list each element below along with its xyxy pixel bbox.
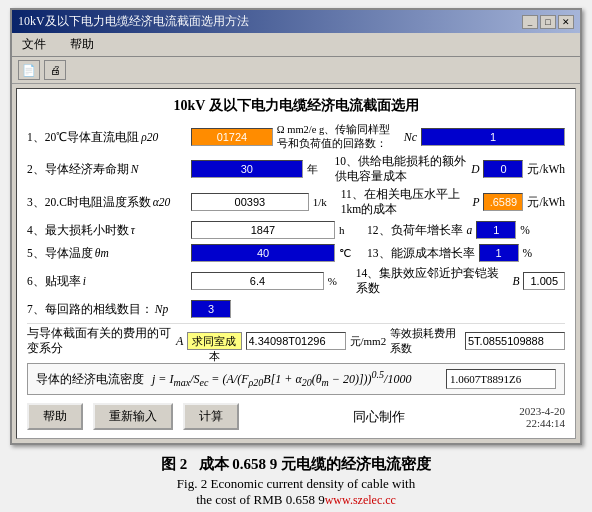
cost-calc-button[interactable]: 求同室成本: [187, 332, 241, 350]
row1-label: 1、20℃导体直流电阻 ρ20: [27, 130, 187, 145]
row4-input[interactable]: [191, 221, 335, 239]
toolbar: 📄 🖨: [12, 57, 580, 84]
maximize-button[interactable]: □: [540, 15, 556, 29]
row4-right-input[interactable]: [476, 221, 516, 239]
row3-unit: 1/k: [313, 196, 333, 208]
row2-unit: 年: [307, 162, 327, 177]
row6-right: 14、集肤效应邻近护套铠装系数 B: [356, 266, 565, 296]
row4-unit: h: [339, 224, 359, 236]
row5-unit: ℃: [339, 247, 359, 260]
cost-label: 与导体截面有关的费用的可变系分: [27, 326, 172, 356]
cost-val1-input[interactable]: [246, 332, 346, 350]
row5-right: 13、能源成本增长率 %: [367, 244, 532, 262]
form-row-1: 1、20℃导体直流电阻 ρ20 Ω mm2/e g、传输同样型号和负荷值的回路数…: [27, 123, 565, 151]
date-display: 2023-4-20: [519, 405, 565, 417]
row3-input[interactable]: [191, 193, 309, 211]
content-area: 10kV 及以下电力电缆经济电流截面选用 1、20℃导体直流电阻 ρ20 Ω m…: [16, 88, 576, 439]
row4-label: 4、最大损耗小时数 τ: [27, 223, 187, 238]
cost-row: 与导体截面有关的费用的可变系分 A 求同室成本 元/mm2 等效损耗费用系数: [27, 323, 565, 358]
reset-button[interactable]: 重新输入: [93, 403, 173, 430]
toolbar-btn-1[interactable]: 📄: [18, 60, 40, 80]
page-title: 10kV 及以下电力电缆经济电流截面选用: [27, 97, 565, 115]
cost-sym: A: [176, 334, 183, 349]
figure-caption-cn: 图 2 成本 0.658 9 元电缆的经济电流密度: [20, 455, 572, 474]
figure-section: 图 2 成本 0.658 9 元电缆的经济电流密度 Fig. 2 Economi…: [10, 445, 582, 512]
form-row-5: 5、导体温度 θm ℃ 13、能源成本增长率 %: [27, 243, 565, 263]
formula-result: 1.0607T8891Z6: [446, 369, 556, 389]
date-info: 2023-4-20 22:44:14: [519, 405, 565, 429]
cost-val2-input[interactable]: [465, 332, 565, 350]
window-title: 10kV及以下电力电缆经济电流截面选用方法: [18, 13, 249, 30]
row6-right-input[interactable]: [523, 272, 565, 290]
row6-label: 6、贴现率 i: [27, 274, 187, 289]
form-row-6: 6、贴现率 i % 14、集肤效应邻近护套铠装系数 B: [27, 266, 565, 296]
cost-unit1: 元/mm2: [350, 334, 387, 349]
row7-label: 7、每回路的相线数目： Np: [27, 302, 187, 317]
outer-wrapper: 10kV及以下电力电缆经济电流截面选用方法 _ □ ✕ 文件 帮助 📄 🖨 10…: [0, 0, 592, 512]
form-row-4: 4、最大损耗小时数 τ h 12、负荷年增长率 a %: [27, 220, 565, 240]
row3-right-input[interactable]: [483, 193, 523, 211]
formula-box: 导体的经济电流密度 j = Imax/Sec = (A/(Fρ20B[1 + α…: [27, 363, 565, 395]
row6-unit: %: [328, 275, 348, 287]
row1-unit: Ω mm2/e g、传输同样型号和负荷值的回路数：: [277, 123, 400, 151]
calc-button[interactable]: 计算: [183, 403, 239, 430]
row2-right: 10、供给电能损耗的额外供电容量成本 D 元/kWh: [335, 154, 565, 184]
menu-file[interactable]: 文件: [18, 35, 50, 54]
row5-input[interactable]: [191, 244, 335, 262]
form-row-3: 3、20.C时电阻温度系数 α20 1/k 11、在相关电压水平上1km的成本 …: [27, 187, 565, 217]
window-controls: _ □ ✕: [522, 15, 574, 29]
time-display: 22:44:14: [519, 417, 565, 429]
row2-right-input[interactable]: [483, 160, 523, 178]
row5-right-input[interactable]: [479, 244, 519, 262]
minimize-button[interactable]: _: [522, 15, 538, 29]
form-grid: 1、20℃导体直流电阻 ρ20 Ω mm2/e g、传输同样型号和负荷值的回路数…: [27, 123, 565, 319]
menu-bar: 文件 帮助: [12, 33, 580, 57]
website-mark: www.szelec.cc: [325, 493, 396, 507]
toolbar-btn-2[interactable]: 🖨: [44, 60, 66, 80]
row7-input[interactable]: [191, 300, 231, 318]
form-row-7: 7、每回路的相线数目： Np: [27, 299, 565, 319]
row3-right: 11、在相关电压水平上1km的成本 P 元/kWh: [341, 187, 565, 217]
title-bar: 10kV及以下电力电缆经济电流截面选用方法 _ □ ✕: [12, 10, 580, 33]
row2-label: 2、导体经济寿命期 N: [27, 162, 187, 177]
form-row-2: 2、导体经济寿命期 N 年 10、供给电能损耗的额外供电容量成本 D 元/kWh: [27, 154, 565, 184]
row3-label: 3、20.C时电阻温度系数 α20: [27, 195, 187, 210]
help-button[interactable]: 帮助: [27, 403, 83, 430]
figure-caption-en-1: Fig. 2 Economic current density of cable…: [20, 476, 572, 492]
credit-label: 同心制作: [249, 408, 509, 426]
application-window: 10kV及以下电力电缆经济电流截面选用方法 _ □ ✕ 文件 帮助 📄 🖨 10…: [10, 8, 582, 445]
formula-display: j = Imax/Sec = (A/(Fρ20B[1 + α20(θm − 20…: [152, 369, 438, 388]
row4-right: 12、负荷年增长率 a %: [367, 221, 530, 239]
row1-input[interactable]: [191, 128, 273, 146]
row5-label: 5、导体温度 θm: [27, 246, 187, 261]
figure-caption-en-2: the cost of RMB 0.658 9www.szelec.cc: [20, 492, 572, 508]
formula-label: 导体的经济电流密度: [36, 372, 144, 387]
row6-input[interactable]: [191, 272, 324, 290]
row1-right: Nc: [404, 128, 565, 146]
close-button[interactable]: ✕: [558, 15, 574, 29]
button-row: 帮助 重新输入 计算 同心制作 2023-4-20 22:44:14: [27, 403, 565, 430]
cost-label2: 等效损耗费用系数: [390, 326, 461, 356]
row2-input[interactable]: [191, 160, 303, 178]
row1-right-input[interactable]: [421, 128, 565, 146]
menu-help[interactable]: 帮助: [66, 35, 98, 54]
